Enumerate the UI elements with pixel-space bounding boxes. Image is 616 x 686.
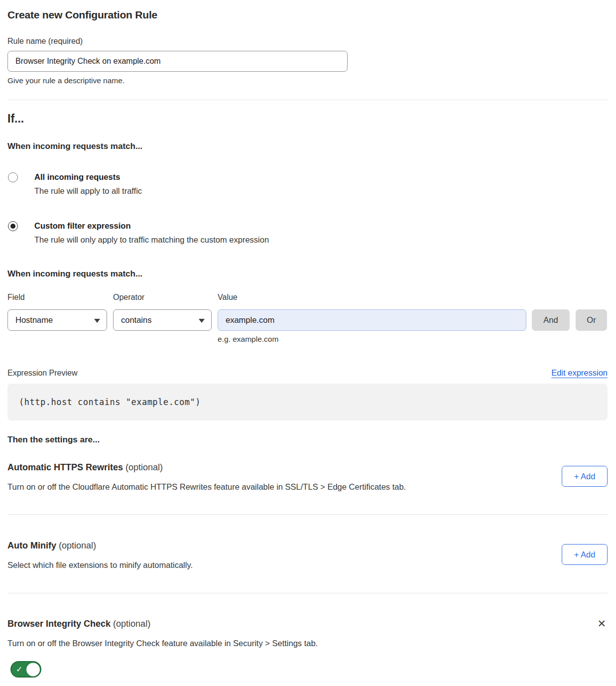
setting-title: Auto Minify (optional)	[7, 540, 193, 551]
chevron-down-icon	[199, 319, 205, 323]
setting-auto-minify: Auto Minify (optional) Select which file…	[7, 540, 608, 570]
field-label: Field	[7, 292, 113, 302]
section-divider	[7, 514, 608, 515]
chevron-down-icon	[94, 319, 100, 323]
expression-preview-label: Expression Preview	[7, 368, 78, 379]
create-configuration-rule-form: Create new Configuration Rule Rule name …	[0, 0, 616, 686]
edit-expression-link[interactable]: Edit expression	[551, 367, 608, 378]
setting-browser-integrity-check: Browser Integrity Check (optional) Turn …	[7, 618, 608, 680]
or-button[interactable]: Or	[576, 309, 607, 331]
check-icon: ✓	[16, 665, 22, 674]
setting-description: Turn on or off the Browser Integrity Che…	[7, 638, 318, 649]
value-label: Value	[218, 292, 526, 302]
radio-option-label: All incoming requests	[34, 172, 142, 182]
setting-title: Automatic HTTPS Rewrites (optional)	[7, 461, 406, 473]
rule-name-help: Give your rule a descriptive name.	[7, 76, 608, 86]
toggle-knob	[26, 663, 40, 676]
radio-option-description: The rule will only apply to traffic matc…	[34, 235, 269, 245]
then-settings-heading: Then the settings are...	[7, 434, 608, 445]
setting-name: Browser Integrity Check	[7, 619, 111, 629]
add-button[interactable]: + Add	[562, 544, 608, 565]
setting-automatic-https-rewrites: Automatic HTTPS Rewrites (optional) Turn…	[7, 461, 608, 492]
radio-option-label: Custom filter expression	[34, 221, 269, 231]
radio-button-icon[interactable]	[8, 172, 18, 182]
operator-select-value: contains	[121, 315, 151, 325]
and-button[interactable]: And	[532, 309, 570, 331]
page-title: Create new Configuration Rule	[7, 0, 608, 21]
expression-builder-heading: When incoming requests match...	[7, 269, 608, 279]
setting-name: Automatic HTTPS Rewrites	[7, 462, 123, 472]
rule-name-label: Rule name (required)	[7, 36, 608, 46]
field-select-value: Hostname	[15, 315, 53, 325]
expression-builder-labels: Field Operator Value	[7, 292, 608, 302]
match-heading: When incoming requests match...	[7, 141, 608, 152]
setting-optional-tag: (optional)	[125, 462, 163, 472]
setting-description: Turn on or off the Cloudflare Automatic …	[7, 481, 406, 492]
browser-integrity-check-toggle[interactable]: ✓	[10, 661, 41, 678]
expression-builder-row: Hostname contains And Or	[7, 309, 608, 331]
expression-code-block: (http.host contains "example.com")	[7, 384, 608, 420]
setting-title: Browser Integrity Check (optional)	[7, 618, 318, 630]
value-hint: e.g. example.com	[218, 334, 608, 344]
setting-name: Auto Minify	[7, 541, 56, 550]
section-divider	[7, 100, 608, 100]
radio-button-icon[interactable]	[8, 221, 18, 231]
rule-name-input[interactable]	[7, 51, 348, 72]
radio-option-description: The rule will apply to all traffic	[34, 186, 142, 196]
setting-optional-tag: (optional)	[113, 619, 150, 629]
close-icon[interactable]: ✕	[596, 618, 608, 630]
add-button[interactable]: + Add	[562, 466, 608, 487]
setting-description: Select which file extensions to minify a…	[7, 559, 193, 570]
if-heading: If...	[7, 111, 608, 126]
radio-option-all-requests[interactable]: All incoming requests The rule will appl…	[7, 172, 608, 196]
operator-label: Operator	[113, 292, 218, 302]
expression-code: (http.host contains "example.com")	[19, 397, 201, 407]
setting-optional-tag: (optional)	[59, 541, 96, 550]
field-select[interactable]: Hostname	[7, 309, 107, 331]
radio-option-custom-filter[interactable]: Custom filter expression The rule will o…	[7, 221, 608, 245]
operator-select[interactable]: contains	[113, 309, 212, 331]
expression-preview-header: Expression Preview Edit expression	[7, 367, 608, 379]
section-divider	[7, 593, 608, 593]
value-input[interactable]	[218, 309, 526, 331]
